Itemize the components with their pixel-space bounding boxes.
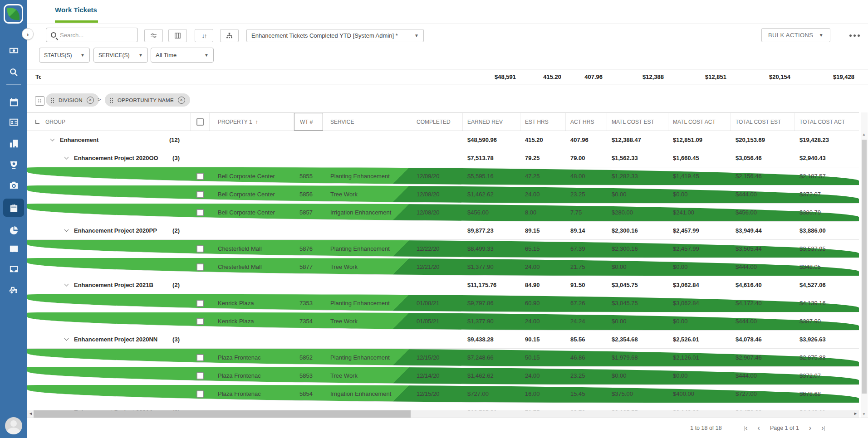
ticket-row[interactable]: Bell Corporate Center5857Irrigation Enha…: [27, 204, 859, 222]
bulk-actions-button[interactable]: BULK ACTIONS ▼: [761, 28, 830, 42]
group-chip-division[interactable]: DIVISION ✕: [46, 93, 99, 107]
ticket-row[interactable]: Kenrick Plaza7354Tree Work01/05/21$1,377…: [27, 312, 859, 331]
next-page-button[interactable]: ›: [809, 424, 811, 432]
vertical-scrollbar[interactable]: ▲ ▼: [861, 112, 868, 418]
scroll-left-icon[interactable]: ◄: [29, 411, 33, 416]
row-checkbox[interactable]: [191, 300, 210, 307]
matl-cost-act-cell: $3,062.84: [668, 282, 731, 288]
column-header-act-hrs[interactable]: ACT HRS: [566, 113, 607, 131]
column-header-est-hrs[interactable]: EST HRS: [520, 113, 566, 131]
row-checkbox[interactable]: [191, 191, 210, 198]
sidebar-item-site-audit[interactable]: [0, 176, 27, 194]
row-checkbox[interactable]: [191, 209, 210, 216]
sidebar-item-calendar[interactable]: [0, 93, 27, 111]
ticket-row[interactable]: Chesterfield Mall5877Tree Work12/21/20$1…: [27, 258, 859, 276]
remove-group-icon[interactable]: ✕: [178, 97, 185, 104]
group-panel-button[interactable]: [35, 96, 44, 106]
group-row[interactable]: Enhancement Project 2020OO(3)$7,513.7879…: [27, 149, 859, 167]
sidebar-item-invoicing[interactable]: [0, 240, 27, 258]
horizontal-scroll-thumb[interactable]: [34, 410, 411, 418]
columns-icon: [174, 32, 181, 39]
row-checkbox[interactable]: [191, 390, 210, 398]
row-checkbox[interactable]: [191, 173, 210, 180]
user-avatar[interactable]: [5, 417, 22, 434]
drag-handle-icon[interactable]: [51, 97, 54, 103]
filter-settings-button[interactable]: [144, 29, 163, 42]
group-count: (12): [169, 136, 180, 143]
column-header-completed[interactable]: COMPLETED: [409, 113, 463, 131]
remove-group-icon[interactable]: ✕: [87, 97, 94, 104]
select-all-checkbox[interactable]: [191, 113, 210, 131]
ticket-row[interactable]: Plaza Frontenac5853Tree Work12/14/20$1,4…: [27, 367, 859, 385]
group-row[interactable]: Enhancement Project 2021B(2)$11,175.7684…: [27, 276, 859, 294]
sidebar-item-opportunities[interactable]: [0, 156, 27, 174]
horizontal-scrollbar[interactable]: ◄ ►: [27, 410, 859, 418]
service-filter[interactable]: SERVICE(S) ▼: [93, 48, 148, 63]
column-header-group[interactable]: GROUP: [27, 113, 191, 131]
row-checkbox[interactable]: [191, 318, 210, 325]
sidebar-item-contacts[interactable]: [0, 113, 27, 131]
row-checkbox[interactable]: [191, 354, 210, 361]
active-tab-underline: [55, 20, 98, 23]
group-row[interactable]: Enhancement(12)$48,590.96415.20407.96$12…: [27, 131, 859, 149]
sidebar-item-properties[interactable]: [0, 134, 27, 152]
group-row[interactable]: Enhancement Project 2020PP(2)$9,877.2389…: [27, 222, 859, 240]
chevron-down-icon[interactable]: [64, 155, 69, 160]
app-logo[interactable]: [4, 4, 23, 24]
checkbox-icon: [196, 245, 204, 253]
ticket-row[interactable]: Chesterfield Mall5876Planting Enhancemen…: [27, 240, 859, 258]
sidebar-expand-button[interactable]: ›: [22, 28, 34, 40]
ticket-row[interactable]: Bell Corporate Center5855Planting Enhanc…: [27, 167, 859, 185]
matl-cost-act-cell: $1,419.45: [668, 173, 731, 180]
first-page-button[interactable]: ‹: [745, 424, 748, 432]
prev-page-button[interactable]: ‹: [758, 424, 760, 432]
ticket-row[interactable]: Bell Corporate Center5856Tree Work12/08/…: [27, 185, 859, 204]
column-header-matl-cost-act[interactable]: MATL COST ACT: [668, 113, 731, 131]
last-page-button[interactable]: ›: [821, 424, 824, 432]
scroll-right-icon[interactable]: ►: [853, 411, 858, 416]
column-header-matl-cost-est[interactable]: MATL COST EST: [607, 113, 668, 131]
tab-work-tickets[interactable]: Work Tickets: [55, 6, 97, 14]
column-header-earned-rev[interactable]: EARNED REV: [463, 113, 520, 131]
sidebar-item-reports[interactable]: [0, 221, 27, 239]
row-checkbox[interactable]: [191, 372, 210, 380]
ticket-row[interactable]: Kenrick Plaza7353Planting Enhancement01/…: [27, 294, 859, 312]
more-options-button[interactable]: [847, 32, 862, 39]
sort-button[interactable]: ↓↑: [195, 29, 213, 42]
search-input[interactable]: Search...: [46, 28, 138, 42]
chevron-down-icon[interactable]: [64, 336, 69, 341]
sidebar-item-payments[interactable]: [0, 41, 27, 59]
date-range-filter[interactable]: All Time ▼: [151, 48, 214, 63]
drag-handle-icon[interactable]: [110, 97, 113, 103]
column-header-total-cost-act[interactable]: TOTAL COST ACT: [795, 113, 859, 131]
row-checkbox[interactable]: [191, 245, 210, 253]
column-header-total-cost-est[interactable]: TOTAL COST EST: [731, 113, 795, 131]
earned-rev-cell: $48,590.96: [463, 136, 520, 143]
sidebar-item-equipment[interactable]: [0, 280, 27, 298]
sidebar-item-inbox[interactable]: [0, 260, 27, 278]
saved-view-selector[interactable]: Enhancement Tickets Completed YTD [Syste…: [246, 29, 424, 42]
ticket-row[interactable]: Plaza Frontenac5854Irrigation Enhancemen…: [27, 385, 859, 403]
chevron-down-icon[interactable]: [64, 282, 69, 287]
row-checkbox[interactable]: [191, 263, 210, 271]
column-header-property[interactable]: PROPERTY 1 ↑: [210, 113, 294, 131]
hierarchy-button[interactable]: [220, 29, 239, 42]
collapse-all-icon[interactable]: [35, 120, 39, 124]
total-cost-act-cell: $678.68: [795, 390, 859, 397]
sidebar-item-search[interactable]: [0, 63, 27, 81]
column-header-service[interactable]: SERVICE: [323, 113, 409, 131]
chevron-down-icon[interactable]: [50, 137, 55, 141]
columns-button[interactable]: [168, 29, 187, 42]
scroll-up-icon[interactable]: ▲: [862, 132, 866, 136]
group-row[interactable]: Enhancement Project 2021A(2)$10,585.9171…: [27, 403, 859, 410]
group-chip-opportunity-name[interactable]: OPPORTUNITY NAME ✕: [105, 93, 190, 107]
status-filter[interactable]: STATUS(S) ▼: [39, 48, 90, 63]
column-header-wt[interactable]: WT #: [294, 113, 323, 131]
chevron-down-icon[interactable]: [64, 228, 69, 232]
checkbox-icon: [196, 173, 204, 180]
vertical-scroll-thumb[interactable]: [862, 140, 867, 394]
group-row[interactable]: Enhancement Project 2020NN(3)$9,438.2890…: [27, 331, 859, 349]
scroll-down-icon[interactable]: ▼: [862, 412, 866, 416]
ticket-row[interactable]: Plaza Frontenac5852Planting Enhancement1…: [27, 349, 859, 367]
sidebar-item-work-tickets[interactable]: [0, 199, 27, 217]
